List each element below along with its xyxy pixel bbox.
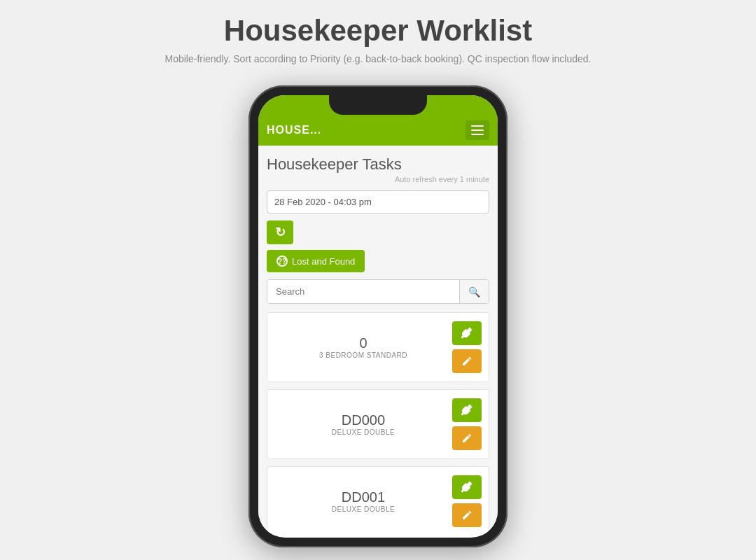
task-info-1: 0 3 BEDROOM STANDARD	[274, 335, 452, 359]
task-room-type-2: DELUXE DOUBLE	[274, 428, 452, 436]
clean-button-3[interactable]	[452, 475, 482, 499]
search-icon: 🔍	[468, 286, 480, 298]
task-room-number-1: 0	[274, 335, 452, 351]
phone-screen: HOUSE... Housekeeper Tasks Auto refresh …	[258, 95, 498, 538]
task-room-number-3: DD001	[274, 489, 452, 505]
menu-line-3	[471, 134, 484, 135]
task-info-3: DD001 DELUXE DOUBLE	[274, 489, 452, 513]
broom-icon-1	[461, 327, 473, 340]
refresh-button[interactable]: ↻	[267, 220, 293, 244]
task-room-number-2: DD000	[274, 412, 452, 428]
phone-frame: HOUSE... Housekeeper Tasks Auto refresh …	[248, 85, 507, 547]
pencil-icon-2	[461, 433, 472, 444]
broom-icon-2	[461, 404, 473, 416]
navbar-title: HOUSE...	[267, 124, 321, 136]
clean-button-2[interactable]	[452, 398, 482, 422]
edit-button-2[interactable]	[452, 426, 482, 450]
navbar: HOUSE...	[258, 115, 498, 146]
search-button[interactable]: 🔍	[459, 280, 489, 303]
refresh-icon: ↻	[275, 225, 286, 240]
phone-content: Housekeeper Tasks Auto refresh every 1 m…	[258, 146, 498, 533]
broom-icon-3	[461, 481, 473, 493]
lost-and-found-button[interactable]: ? Lost and Found	[267, 250, 365, 272]
pencil-icon-3	[461, 510, 472, 521]
phone-notch	[329, 95, 427, 115]
task-room-type-3: DELUXE DOUBLE	[274, 505, 452, 513]
menu-line-1	[471, 125, 484, 127]
lost-found-label: Lost and Found	[292, 256, 355, 267]
question-icon: ?	[276, 255, 288, 267]
task-info-2: DD000 DELUXE DOUBLE	[274, 412, 452, 436]
task-card-3: DD001 DELUXE DOUBLE	[267, 466, 489, 533]
content-title: Housekeeper Tasks	[267, 155, 489, 174]
task-room-type-1: 3 BEDROOM STANDARD	[274, 351, 452, 359]
task-card-1: 0 3 BEDROOM STANDARD	[267, 312, 489, 382]
edit-button-1[interactable]	[452, 349, 482, 373]
task-card-2: DD000 DELUXE DOUBLE	[267, 389, 489, 459]
page-subtitle: Mobile-friendly. Sort according to Prior…	[164, 53, 591, 64]
pencil-icon-1	[461, 356, 472, 367]
task-actions-1	[452, 321, 482, 373]
task-actions-2	[452, 398, 482, 450]
menu-button[interactable]	[465, 120, 489, 140]
edit-button-3[interactable]	[452, 503, 482, 527]
date-input[interactable]	[267, 190, 489, 214]
task-actions-3	[452, 475, 482, 527]
search-input[interactable]	[267, 280, 459, 303]
auto-refresh-text: Auto refresh every 1 minute	[267, 175, 489, 183]
menu-line-2	[471, 130, 484, 131]
clean-button-1[interactable]	[452, 321, 482, 345]
page-title: Housekeeper Worklist	[224, 14, 532, 48]
search-bar: 🔍	[267, 279, 489, 304]
